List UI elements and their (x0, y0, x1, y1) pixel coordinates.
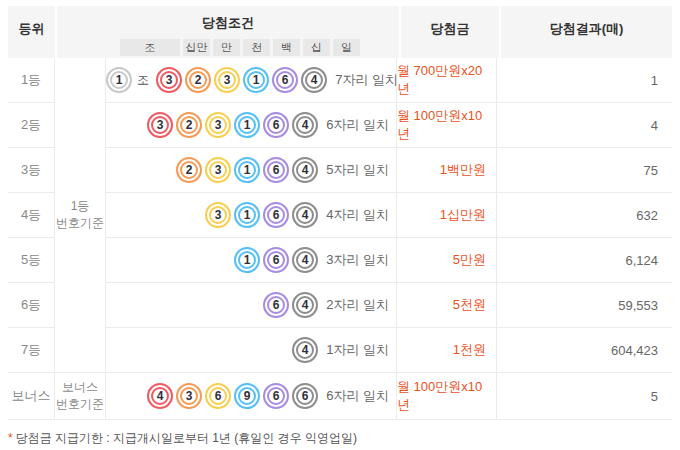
prize-cell: 1천원 (397, 328, 497, 373)
lotto-ball: 4 (292, 157, 318, 183)
lottery-result-table: 등위 당첨조건 조 십만 만 천 백 십 일 당첨금 당첨결과(매) 1등 번호… (8, 6, 672, 420)
prize-cell: 1십만원 (397, 193, 497, 238)
table-body: 1등 번호기준 보너스 번호기준 1등 1 조 3 2 3 1 6 4 7자리 … (8, 58, 672, 420)
match-label: 5자리 일치 (326, 161, 396, 179)
match-label: 3자리 일치 (326, 251, 396, 269)
rank-cell: 4등 (8, 193, 55, 238)
place-label-group: 조 (120, 39, 180, 56)
prize-cell: 5천원 (397, 283, 497, 328)
lotto-ball: 6 (263, 247, 289, 273)
lotto-ball: 4 (292, 112, 318, 138)
lotto-ball: 4 (301, 67, 327, 93)
criteria-bonus-line1: 보너스 (62, 379, 98, 396)
group-suffix-label: 조 (137, 72, 149, 89)
lotto-ball: 3 (176, 383, 202, 409)
match-label: 6자리 일치 (326, 387, 396, 405)
lotto-ball: 6 (263, 292, 289, 318)
condition-cell: 6 4 2자리 일치 (106, 283, 397, 328)
result-cell: 6,124 (497, 238, 672, 283)
match-label: 7자리 일치 (335, 71, 405, 89)
criteria-bonus-line2: 번호기준 (56, 396, 104, 413)
result-cell: 1 (497, 58, 672, 103)
condition-cell: 3 2 3 1 6 4 6자리 일치 (106, 103, 397, 148)
rank-cell: 6등 (8, 283, 55, 328)
header-result: 당첨결과(매) (501, 6, 672, 58)
result-cell: 632 (497, 193, 672, 238)
lotto-ball: 3 (205, 202, 231, 228)
rank-cell: 1등 (8, 58, 55, 103)
ball-row: 1 조 3 2 3 1 6 4 (106, 67, 335, 93)
match-label: 6자리 일치 (326, 116, 396, 134)
lotto-ball: 6 (263, 202, 289, 228)
lotto-ball: 3 (214, 67, 240, 93)
lotto-ball: 6 (263, 112, 289, 138)
lotto-ball: 6 (292, 383, 318, 409)
rank-cell: 5등 (8, 238, 55, 283)
lotto-ball: 3 (147, 112, 173, 138)
lotto-ball: 4 (292, 337, 318, 363)
condition-cell: 3 1 6 4 4자리 일치 (106, 193, 397, 238)
ball-row: 6 4 (106, 292, 326, 318)
lotto-ball: 4 (292, 247, 318, 273)
prize-cell: 월 100만원x10년 (397, 373, 497, 420)
ball-row: 4 3 6 9 6 6 (106, 383, 326, 409)
header-prize: 당첨금 (401, 6, 499, 58)
header-condition: 당첨조건 조 십만 만 천 백 십 일 (57, 6, 399, 58)
result-cell: 4 (497, 103, 672, 148)
rank-cell: 7등 (8, 328, 55, 373)
footnote-asterisk: * (8, 431, 13, 445)
lotto-ball: 1 (234, 157, 260, 183)
condition-cell: 2 3 1 6 4 5자리 일치 (106, 148, 397, 193)
lotto-ball: 6 (272, 67, 298, 93)
table-header: 등위 당첨조건 조 십만 만 천 백 십 일 당첨금 당첨결과(매) (8, 6, 672, 58)
prize-cell: 1백만원 (397, 148, 497, 193)
criteria-first-line2: 번호기준 (56, 215, 104, 232)
match-label: 1자리 일치 (326, 341, 396, 359)
rank-cell: 2등 (8, 103, 55, 148)
prize-cell: 월 700만원x20년 (397, 58, 497, 103)
lotto-ball: 2 (176, 157, 202, 183)
match-label: 2자리 일치 (326, 296, 396, 314)
condition-cell: 1 6 4 3자리 일치 (106, 238, 397, 283)
lotto-ball: 1 (234, 247, 260, 273)
place-label-100: 백 (273, 39, 300, 56)
lotto-ball: 1 (234, 112, 260, 138)
match-label: 4자리 일치 (326, 206, 396, 224)
place-label-10: 십 (303, 39, 330, 56)
place-label-1k: 천 (243, 39, 270, 56)
lotto-ball: 3 (205, 157, 231, 183)
place-label-100k: 십만 (183, 39, 210, 56)
ball-row: 1 6 4 (106, 247, 326, 273)
lotto-ball: 3 (156, 67, 182, 93)
lotto-ball: 2 (185, 67, 211, 93)
payment-deadline-footnote: *당첨금 지급기한 : 지급개시일로부터 1년 (휴일인 경우 익영업일) (8, 430, 672, 447)
rank-cell: 3등 (8, 148, 55, 193)
rank-cell: 보너스 (8, 373, 55, 420)
result-cell: 5 (497, 373, 672, 420)
result-cell: 75 (497, 148, 672, 193)
condition-cell: 4 3 6 9 6 6 6자리 일치 (106, 373, 397, 420)
lotto-ball: 6 (263, 157, 289, 183)
lotto-ball: 3 (205, 112, 231, 138)
condition-cell: 4 1자리 일치 (106, 328, 397, 373)
lotto-ball: 1 (234, 202, 260, 228)
condition-cell: 1 조 3 2 3 1 6 4 7자리 일치 (106, 58, 397, 103)
lotto-ball: 6 (263, 383, 289, 409)
header-rank: 등위 (8, 6, 55, 58)
place-label-10k: 만 (213, 39, 240, 56)
result-cell: 604,423 (497, 328, 672, 373)
ball-row: 3 1 6 4 (106, 202, 326, 228)
criteria-first-line1: 1등 (71, 198, 90, 215)
lotto-ball: 4 (147, 383, 173, 409)
lotto-ball: 4 (292, 292, 318, 318)
result-cell: 59,553 (497, 283, 672, 328)
criteria-first: 1등 번호기준 (55, 58, 106, 373)
place-label-row: 조 십만 만 천 백 십 일 (120, 39, 399, 56)
lotto-ball: 6 (205, 383, 231, 409)
ball-row: 3 2 3 1 6 4 (106, 112, 326, 138)
lotto-ball: 9 (234, 383, 260, 409)
prize-cell: 월 100만원x10년 (397, 103, 497, 148)
criteria-bonus: 보너스 번호기준 (55, 373, 106, 420)
place-label-1: 일 (333, 39, 360, 56)
ball-row: 2 3 1 6 4 (106, 157, 326, 183)
